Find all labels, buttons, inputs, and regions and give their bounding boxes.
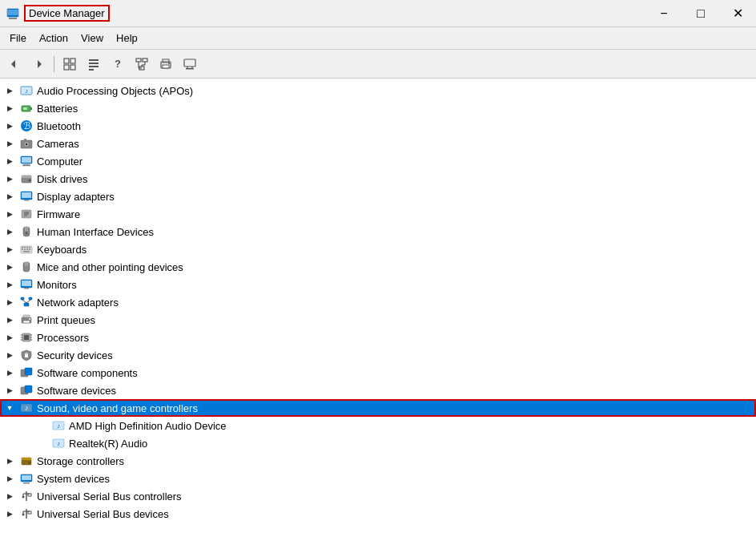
- icon-processors: [19, 330, 34, 345]
- close-button[interactable]: ✕: [719, 0, 756, 27]
- svg-text:♪: ♪: [57, 422, 60, 430]
- title-bar-controls: − □ ✕: [645, 0, 756, 27]
- svg-rect-60: [24, 247, 26, 248]
- svg-rect-45: [22, 176, 31, 178]
- monitor-button[interactable]: [179, 54, 201, 75]
- tree-item-keyboards[interactable]: ▶ Keyboards: [0, 240, 756, 258]
- label-bluetooth: Bluetooth: [37, 120, 81, 132]
- forward-button[interactable]: [27, 54, 50, 75]
- tree-item-softdev[interactable]: ▶ Software devices: [0, 382, 756, 399]
- svg-point-24: [168, 63, 170, 64]
- svg-rect-66: [29, 249, 30, 251]
- tree-item-batteries[interactable]: ▶ Batteries: [0, 99, 756, 117]
- tree-item-usbdev[interactable]: ▶ Universal Serial Bus devices: [0, 505, 756, 523]
- icon-softcomp: [19, 365, 34, 380]
- tree-item-bluetooth[interactable]: ▶ ℬ Bluetooth: [0, 117, 756, 135]
- tree-item-sound[interactable]: ▼ ♪ Sound, video and game controllers: [0, 399, 756, 417]
- connection-view-button[interactable]: [131, 54, 153, 75]
- svg-rect-12: [89, 69, 94, 71]
- label-display: Display adapters: [37, 191, 115, 203]
- tree-child-realtek-audio[interactable]: ♪ Realtek(R) Audio: [0, 434, 756, 452]
- svg-rect-25: [184, 59, 195, 67]
- tree-item-security[interactable]: ▶ Security devices: [0, 346, 756, 364]
- svg-rect-113: [28, 494, 31, 496]
- tree-item-apo[interactable]: ▶ ♪ Audio Processing Objects (APOs): [0, 82, 756, 99]
- tree-view[interactable]: ▶ ♪ Audio Processing Objects (APOs) ▶ Ba…: [0, 79, 756, 545]
- chevron-hid: ▶: [3, 225, 16, 238]
- label-sound: Sound, video and game controllers: [37, 402, 198, 414]
- svg-rect-119: [28, 511, 31, 514]
- maximize-button[interactable]: □: [682, 0, 719, 27]
- back-button[interactable]: [3, 54, 26, 75]
- chevron-firmware: ▶: [3, 208, 16, 220]
- svg-rect-84: [24, 335, 29, 340]
- print-button[interactable]: [155, 54, 177, 75]
- tree-item-print[interactable]: ▶ Print queues: [0, 311, 756, 329]
- label-processors: Processors: [37, 332, 89, 344]
- menu-file[interactable]: File: [3, 30, 33, 46]
- tree-item-display[interactable]: ▶ Display adapters: [0, 188, 756, 205]
- tree-item-processors[interactable]: ▶ Processors: [0, 329, 756, 346]
- chevron-print: ▶: [3, 313, 16, 326]
- icon-monitors: [19, 277, 34, 292]
- icon-system: [19, 471, 34, 486]
- label-amd-audio: AMD High Definition Audio Device: [69, 420, 227, 432]
- svg-rect-11: [89, 66, 99, 67]
- list-view-button[interactable]: [82, 54, 105, 75]
- tree-item-softcomp[interactable]: ▶ Software components: [0, 364, 756, 382]
- tree-item-disk[interactable]: ▶ Disk drives: [0, 170, 756, 188]
- icon-firmware: [19, 207, 34, 221]
- tree-item-monitors[interactable]: ▶ Monitors: [0, 276, 756, 293]
- tree-item-network[interactable]: ▶ Network adapters: [0, 293, 756, 311]
- svg-rect-75: [21, 297, 24, 300]
- tree-child-amd-audio[interactable]: ♪ AMD High Definition Audio Device: [0, 417, 756, 434]
- icon-computer: [19, 154, 34, 168]
- tree-item-usb[interactable]: ▶ Universal Serial Bus controllers: [0, 487, 756, 505]
- title-bar-left: Device Manager: [0, 5, 110, 22]
- help-icon-button[interactable]: ?: [107, 54, 129, 75]
- menu-help[interactable]: Help: [110, 30, 144, 46]
- svg-rect-63: [22, 249, 23, 251]
- label-apo: Audio Processing Objects (APOs): [37, 85, 193, 97]
- tree-item-system[interactable]: ▶ System devices: [0, 470, 756, 487]
- tree-item-cameras[interactable]: ▶ Cameras: [0, 135, 756, 152]
- app-icon: [6, 7, 19, 20]
- svg-rect-59: [22, 247, 23, 248]
- chevron-cameras: ▶: [3, 137, 16, 150]
- chevron-apo: ▶: [3, 84, 16, 97]
- tree-item-hid[interactable]: ▶ Human Interface Devices: [0, 223, 756, 240]
- label-security: Security devices: [37, 349, 113, 361]
- tree-item-computer[interactable]: ▶ Computer: [0, 152, 756, 170]
- title-bar: Device Manager − □ ✕: [0, 0, 756, 27]
- tree-view-button[interactable]: [58, 54, 81, 75]
- menu-view[interactable]: View: [74, 30, 110, 46]
- icon-batteries: [19, 101, 34, 115]
- svg-rect-104: [22, 458, 31, 460]
- svg-marker-3: [11, 60, 15, 68]
- svg-rect-32: [30, 107, 32, 110]
- icon-storage: [19, 454, 34, 468]
- chevron-softdev: ▶: [3, 384, 16, 397]
- svg-rect-1: [9, 18, 17, 19]
- tree-item-firmware[interactable]: ▶ Firmware: [0, 205, 756, 223]
- chevron-storage: ▶: [3, 454, 16, 467]
- menu-bar: File Action View Help: [0, 27, 756, 50]
- svg-text:ℬ: ℬ: [23, 120, 30, 131]
- svg-marker-4: [38, 60, 42, 68]
- label-batteries: Batteries: [37, 103, 78, 115]
- minimize-button[interactable]: −: [645, 0, 682, 27]
- tree-item-mice[interactable]: ▶ Mice and other pointing devices: [0, 258, 756, 276]
- label-cameras: Cameras: [37, 138, 79, 150]
- svg-rect-65: [26, 249, 28, 251]
- svg-rect-26: [186, 68, 194, 70]
- tree-item-storage[interactable]: ▶ Storage controllers: [0, 452, 756, 470]
- icon-hid: [19, 224, 34, 239]
- menu-action[interactable]: Action: [33, 30, 74, 46]
- svg-rect-96: [25, 386, 32, 393]
- label-softcomp: Software components: [37, 367, 138, 379]
- label-network: Network adapters: [37, 297, 119, 309]
- icon-network: [19, 295, 34, 309]
- svg-point-46: [29, 180, 31, 182]
- svg-rect-10: [89, 63, 99, 64]
- svg-rect-108: [23, 482, 30, 484]
